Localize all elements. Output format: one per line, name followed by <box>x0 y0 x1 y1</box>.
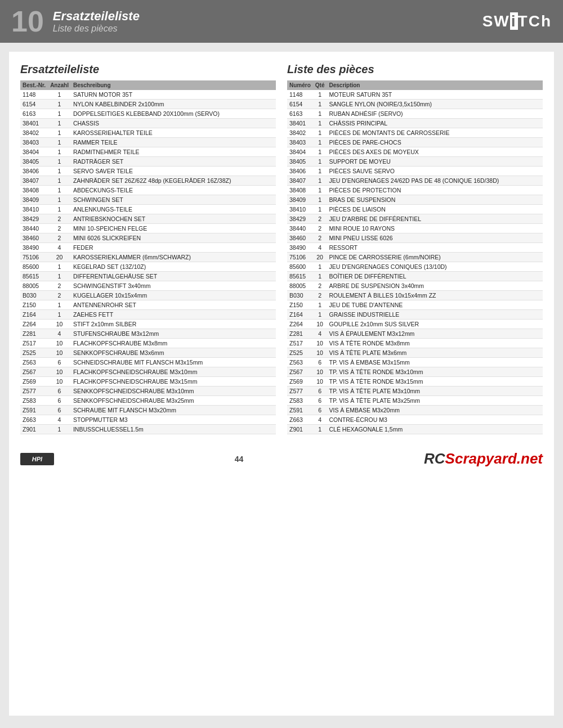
part-number: 38408 <box>287 186 313 195</box>
table-row: Z281 4 STUFENSCHRAUBE M3x12mm <box>20 329 276 339</box>
right-header-row: Numéro Qté Description <box>287 80 543 90</box>
switch-logo-i: i <box>510 12 518 30</box>
watermark-scrapyard: Scrapyard.net <box>445 450 543 467</box>
part-number: 38409 <box>287 195 313 205</box>
table-row: 38401 1 CHÂSSIS PRINCIPAL <box>287 119 543 128</box>
quantity: 6 <box>313 406 327 415</box>
quantity: 1 <box>48 262 71 272</box>
part-number: 38405 <box>20 157 48 167</box>
columns: Ersatzteileliste Best.-Nr. Anzahl Beschr… <box>20 63 543 434</box>
quantity: 6 <box>313 358 327 367</box>
description: MINI 10-SPEICHEN FELGE <box>71 224 276 233</box>
part-number: 38460 <box>287 233 313 243</box>
part-number: Z901 <box>20 425 48 434</box>
header-titles: Ersatzteileliste Liste des pièces <box>53 9 140 34</box>
part-number: 38402 <box>20 128 48 138</box>
part-number: Z567 <box>20 367 48 377</box>
table-row: 88005 2 ARBRE DE SUSPENSION 3x40mm <box>287 281 543 291</box>
part-number: Z591 <box>287 406 313 415</box>
table-row: 75106 20 KAROSSERIEKLAMMER (6mm/SCHWARZ) <box>20 253 276 262</box>
part-number: 38404 <box>287 147 313 157</box>
part-number: 75106 <box>20 253 48 262</box>
quantity: 1 <box>48 186 71 195</box>
table-row: 85615 1 BOÎTIER DE DIFFÉRENTIEL <box>287 272 543 281</box>
part-number: 38440 <box>20 224 48 233</box>
part-number: Z525 <box>287 348 313 358</box>
part-number: Z577 <box>287 387 313 396</box>
part-number: Z569 <box>287 377 313 387</box>
description: FLACHKOPFSCHNEIDSCHRAUBE M3x10mm <box>71 367 276 377</box>
quantity: 1 <box>48 310 71 320</box>
quantity: 10 <box>313 339 327 348</box>
part-number: Z525 <box>20 348 48 358</box>
main-content: Ersatzteileliste Best.-Nr. Anzahl Beschr… <box>9 52 554 716</box>
description: PIÈCES DE PARE-CHOCS <box>327 138 543 147</box>
table-row: 38429 2 JEU D'ARBRE DE DIFFÉRENTIEL <box>287 214 543 224</box>
quantity: 1 <box>313 300 327 310</box>
part-number: 6154 <box>287 100 313 109</box>
table-row: 38404 1 PIÈCES DES AXES DE MOYEUX <box>287 147 543 157</box>
description: STOPPMUTTER M3 <box>71 415 276 425</box>
table-row: B030 2 ROULEMENT À BILLES 10x15x4mm ZZ <box>287 291 543 300</box>
switch-logo-sw: SW <box>482 12 510 30</box>
table-row: Z577 6 SENKKOPFSCHNEIDSCHRAUBE M3x10mm <box>20 387 276 396</box>
description: VIS À TÊTE RONDE M3x8mm <box>327 339 543 348</box>
table-row: 38440 2 MINI 10-SPEICHEN FELGE <box>20 224 276 233</box>
quantity: 2 <box>48 281 71 291</box>
quantity: 1 <box>48 109 71 119</box>
left-col-desc: Beschreibung <box>71 80 276 90</box>
part-number: 38406 <box>20 167 48 176</box>
quantity: 10 <box>48 320 71 329</box>
left-table: Best.-Nr. Anzahl Beschreibung 1148 1 SAT… <box>20 80 276 434</box>
quantity: 1 <box>313 195 327 205</box>
table-row: 38405 1 RADTRÄGER SET <box>20 157 276 167</box>
description: TP. VIS À TÊTE PLATE M3x25mm <box>327 396 543 406</box>
table-row: 1148 1 SATURN MOTOR 35T <box>20 90 276 100</box>
watermark-rc: RC <box>424 450 445 467</box>
description: STIFT 2x10mm SILBER <box>71 320 276 329</box>
quantity: 1 <box>48 157 71 167</box>
part-number: Z164 <box>287 310 313 320</box>
footer-logo-area: HPI <box>20 453 54 465</box>
quantity: 6 <box>48 387 71 396</box>
quantity: 10 <box>48 377 71 387</box>
quantity: 2 <box>48 291 71 300</box>
quantity: 1 <box>313 90 327 100</box>
quantity: 10 <box>313 320 327 329</box>
table-row: 88005 2 SCHWINGENSTIFT 3x40mm <box>20 281 276 291</box>
description: JEU DE TUBE D'ANTENNE <box>327 300 543 310</box>
quantity: 1 <box>48 90 71 100</box>
table-row: 38409 1 SCHWINGEN SET <box>20 195 276 205</box>
description: SCHRAUBE MIT FLANSCH M3x20mm <box>71 406 276 415</box>
table-row: Z150 1 JEU DE TUBE D'ANTENNE <box>287 300 543 310</box>
part-number: Z567 <box>287 367 313 377</box>
description: RADMITNEHMER TEILE <box>71 147 276 157</box>
table-row: 6163 1 DOPPELSEITIGES KLEBEBAND 20X100mm… <box>20 109 276 119</box>
description: CHÂSSIS PRINCIPAL <box>327 119 543 128</box>
description: SUPPORT DE MOYEU <box>327 157 543 167</box>
quantity: 1 <box>313 310 327 320</box>
description: TP. VIS À TÊTE PLATE M3x10mm <box>327 387 543 396</box>
part-number: 38408 <box>20 186 48 195</box>
description: TP. VIS À EMBASE M3x15mm <box>327 358 543 367</box>
table-row: Z164 1 GRAISSE INDUSTRIELLE <box>287 310 543 320</box>
table-row: 38405 1 SUPPORT DE MOYEU <box>287 157 543 167</box>
table-row: Z583 6 TP. VIS À TÊTE PLATE M3x25mm <box>287 396 543 406</box>
quantity: 20 <box>48 253 71 262</box>
table-row: Z901 1 CLÉ HEXAGONALE 1,5mm <box>287 425 543 434</box>
description: KAROSSERIEKLAMMER (6mm/SCHWARZ) <box>71 253 276 262</box>
quantity: 4 <box>48 243 71 253</box>
quantity: 6 <box>48 406 71 415</box>
right-column: Liste des pièces Numéro Qté Description … <box>287 63 543 434</box>
part-number: 38405 <box>287 157 313 167</box>
table-row: 38490 4 FEDER <box>20 243 276 253</box>
quantity: 20 <box>313 253 327 262</box>
part-number: Z591 <box>20 406 48 415</box>
quantity: 1 <box>313 205 327 214</box>
table-row: Z567 10 FLACHKOPFSCHNEIDSCHRAUBE M3x10mm <box>20 367 276 377</box>
table-row: 85600 1 KEGELRAD SET (13Z/10Z) <box>20 262 276 272</box>
part-number: 38406 <box>287 167 313 176</box>
switch-logo-tch: TCh <box>518 12 552 30</box>
description: JEU D'ENGRENAGES 24/62D PAS DE 48 (CONIQ… <box>327 176 543 186</box>
table-row: Z663 4 STOPPMUTTER M3 <box>20 415 276 425</box>
